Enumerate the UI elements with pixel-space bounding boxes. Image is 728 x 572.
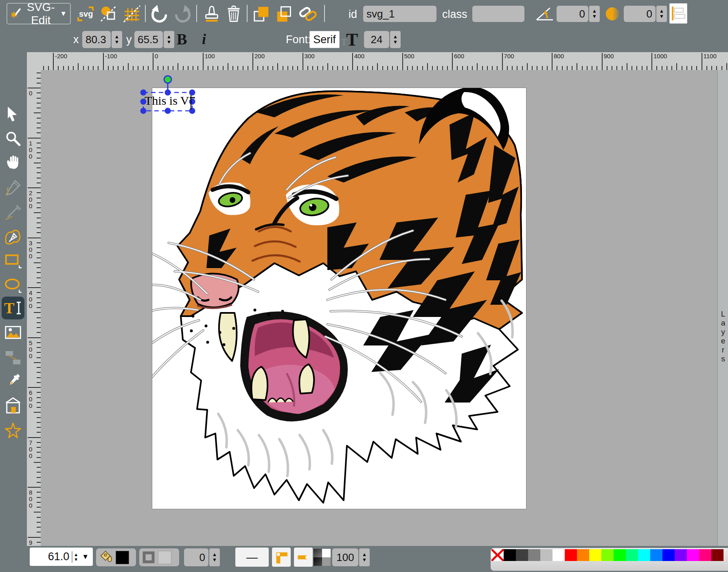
palette-swatch[interactable] [577,549,589,561]
stroke-color-control[interactable] [139,548,179,566]
svg-text:T: T [4,299,14,317]
id-label: id [349,8,357,21]
layers-panel-tab[interactable]: L a y e r s [717,70,728,546]
clone-button[interactable] [202,4,221,24]
class-label: class [442,8,467,21]
ruler-vertical: 01 0 02 0 03 0 04 0 05 0 06 0 07 0 08 0 … [27,70,42,546]
clone-stamp-icon [202,4,221,23]
stroke-width-input[interactable] [184,548,208,566]
undo-button[interactable] [150,4,169,24]
x-input[interactable] [82,31,111,48]
tool-path[interactable] [2,225,24,248]
document-properties-button[interactable] [99,4,119,24]
palette-swatch[interactable] [662,549,675,561]
tool-ellipse[interactable] [2,274,24,297]
blur-spinner[interactable]: ▲▼ [656,6,667,22]
svg-source-button[interactable]: svg [76,4,95,24]
tool-image[interactable] [2,321,24,344]
canvas-image-tiger [152,88,526,509]
palette-swatch[interactable] [565,549,577,561]
blur-input[interactable] [624,6,656,22]
main-toolbar: SVG-Edit ▼ svg [0,0,728,28]
font-family-button[interactable]: Serif [309,31,340,48]
tool-select[interactable] [2,103,24,125]
move-to-front-button[interactable] [252,4,271,24]
main-menu-button[interactable]: SVG-Edit ▼ [7,3,71,24]
font-size-t-icon: T [346,29,358,50]
angle-icon [536,6,554,22]
zoom-value: 61.0 [30,550,72,563]
toolbar-separator [145,5,146,22]
opacity-spinner[interactable]: ▲▼ [359,548,370,566]
palette-swatch[interactable] [675,549,687,561]
tool-shape-library[interactable] [2,394,24,417]
toolbar-separator [247,5,248,22]
y-input[interactable] [134,31,163,48]
editor-preferences-button[interactable] [122,4,142,24]
palette-swatch[interactable] [687,549,699,561]
element-id-input[interactable] [363,6,436,22]
tool-text[interactable]: T [2,297,24,319]
angle-spinner[interactable]: ▲▼ [589,6,600,22]
tool-pan[interactable] [2,151,24,174]
stroke-width-spinner[interactable]: ▲▼ [209,548,220,566]
zoom-dropdown-caret[interactable]: ▼ [79,553,93,561]
line-icon [4,203,22,221]
svg-canvas[interactable] [152,88,526,509]
opacity-input[interactable] [332,548,358,566]
bottom-toolbar: 61.0 ▲▼ ▼ ▲▼ — [0,546,728,572]
x-spinner[interactable]: ▲▼ [112,31,122,48]
angle-input[interactable] [557,6,588,22]
palette-swatch[interactable] [528,549,540,561]
palette-swatch[interactable] [516,549,528,561]
tool-line[interactable] [2,200,24,223]
palette-swatch[interactable] [711,549,724,561]
y-spinner[interactable]: ▲▼ [164,31,174,48]
canvas-text-element[interactable]: This is V7 [145,94,195,108]
italic-button[interactable]: i [202,31,206,48]
tool-eyedropper[interactable] [2,370,24,393]
palette-swatch[interactable] [614,549,626,561]
palette-swatch[interactable] [504,549,516,561]
tool-rectangle[interactable] [2,249,24,272]
tool-zoom[interactable] [2,127,24,150]
tool-pencil[interactable] [2,176,24,199]
stroke-style-select[interactable]: — [235,548,269,567]
linecap-button[interactable] [294,548,313,567]
align-button[interactable] [669,3,687,24]
bold-button[interactable]: B [177,30,187,48]
fill-color-control[interactable] [96,548,136,566]
path-pen-icon [4,227,22,246]
redo-button[interactable] [173,4,192,24]
palette-swatch-none[interactable] [491,549,504,561]
palette-swatch[interactable] [699,549,711,561]
tool-connector[interactable] [2,346,24,369]
move-to-back-button[interactable] [274,4,294,24]
editor-preferences-icon [122,4,142,24]
palette-swatch[interactable] [540,549,553,561]
delete-button[interactable] [224,4,243,24]
zoom-control[interactable]: 61.0 ▲▼ ▼ [30,548,93,566]
font-size-spinner[interactable]: ▲▼ [390,31,401,48]
fill-color-swatch[interactable] [116,551,129,564]
palette-swatch[interactable] [626,549,638,561]
font-size-input[interactable] [364,31,389,48]
palette-swatch[interactable] [589,549,601,561]
linejoin-button[interactable] [272,548,291,567]
palette-swatch[interactable] [638,549,650,561]
zoom-spinner[interactable]: ▲▼ [72,551,79,563]
palette-swatch[interactable] [553,549,565,561]
tool-star[interactable] [2,419,24,442]
make-link-button[interactable] [298,4,318,24]
element-class-input[interactable] [472,6,524,22]
image-tool-icon [4,323,22,342]
blur-indicator [604,4,621,24]
tools-panel: T [0,52,27,546]
palette-swatch[interactable] [601,549,614,561]
y-label: y [126,33,132,46]
linejoin-icon [274,550,289,565]
stroke-color-swatch[interactable] [158,551,171,564]
svg-source-icon: svg [76,4,95,24]
document-properties-icon [99,4,119,24]
palette-swatch[interactable] [650,549,662,561]
